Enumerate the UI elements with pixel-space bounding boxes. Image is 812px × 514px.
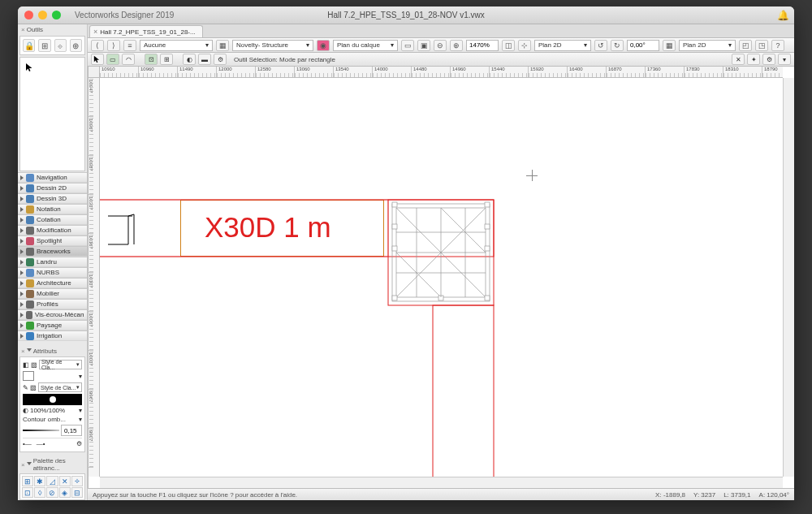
lock-icon[interactable]: 🔒 [23,39,35,52]
snap-object-button[interactable]: ✱ [34,476,45,486]
disclosure-icon[interactable] [27,348,32,354]
ruler-origin[interactable] [89,67,100,78]
dropdown-icon[interactable]: ▾ [79,407,82,414]
toolset-cotation[interactable]: Cotation [18,214,87,225]
fit-page-button[interactable]: ▭ [401,40,414,51]
xray-button[interactable]: ✦ [747,54,760,65]
selection-tool-icon[interactable] [25,63,35,72]
snap-3d-button[interactable]: ◈ [59,487,71,498]
snap-grid-button[interactable]: ⊞ [22,476,33,486]
cursor-icon[interactable] [91,54,104,65]
toolset-icon [26,300,34,309]
saved-view-icon[interactable]: ◉ [317,40,330,51]
zoom-in-button[interactable]: ⊕ [450,40,463,51]
horizontal-scrollbar[interactable] [100,477,783,488]
marker-end-icon[interactable]: —• [37,440,45,447]
line-style-dropdown[interactable]: Style de Cla...▾ [38,382,82,392]
suspend-snap-button[interactable]: ✕ [732,54,745,65]
layer-icon[interactable]: ▦ [216,40,229,51]
view-icon[interactable]: ◫ [502,40,515,51]
mode-lasso-button[interactable]: ◠ [122,54,135,65]
line-color-swatch[interactable] [23,394,82,405]
toolset-mobilier[interactable]: Mobilier [18,288,87,299]
toolset-notation[interactable]: Notation [18,204,87,214]
dropdown-icon[interactable]: ▾ [79,373,82,380]
fill-color-swatch[interactable] [23,371,34,381]
class-dropdown[interactable]: Aucune▾ [140,40,213,51]
chevron-down-icon[interactable]: ▾ [778,54,791,65]
option-button[interactable]: ◳ [755,40,768,51]
shadow-value-input[interactable] [61,425,82,436]
gear-icon[interactable]: ⚙ [762,54,775,65]
snap-angle-button[interactable]: ◿ [46,476,58,486]
tool-icon[interactable]: ⊞ [38,39,50,52]
horizontal-ruler[interactable]: 1091010960114901200012580130601354014000… [100,67,783,78]
toolset-profils[interactable]: Profilés [18,299,87,309]
mode-rect-button[interactable]: ▭ [106,54,119,65]
rotate-ccw-button[interactable]: ↺ [594,40,607,51]
angle-input[interactable] [627,40,659,51]
saved-view-dropdown[interactable]: Plan du calque▾ [333,40,398,51]
close-icon[interactable]: × [21,26,25,33]
drawing-viewport[interactable]: X30D 1 m [100,78,783,477]
close-icon[interactable]: × [21,461,25,469]
attributes-palette-header: × Attributs [18,346,87,356]
toolset-irrigation[interactable]: Irrigation [18,330,87,341]
zoom-input[interactable] [466,40,499,51]
axis-icon[interactable]: ⊹ [518,40,531,51]
render-dropdown[interactable]: Plan 2D▾ [679,40,736,51]
tool-icon[interactable]: ⟐ [54,39,67,52]
chevron-right-icon [20,292,24,296]
close-tab-icon[interactable]: × [93,28,97,36]
pattern-icon[interactable]: ▨ [31,361,37,369]
document-tab[interactable]: × Hall 7.2_HPE_TSS_19_01_28-... [89,25,203,37]
snap-intersect-button[interactable]: ✕ [59,476,71,486]
snap-distance-button[interactable]: ⊡ [22,487,33,498]
toolset-modification[interactable]: Modification [18,225,87,235]
help-button[interactable]: ? [771,40,784,51]
toolset-spotlight[interactable]: Spotlight [18,235,87,246]
mode-wall-button[interactable]: ▬ [198,54,211,65]
notification-icon[interactable]: 🔔 [777,10,789,21]
toolset-paysage[interactable]: Paysage [18,320,87,330]
fill-icon[interactable]: ◧ [23,361,29,369]
view-dropdown[interactable]: Plan 2D▾ [534,40,591,51]
toolset-viscroumcanique[interactable]: Vis-écrou-Mécanique [18,309,87,320]
dropdown-icon[interactable]: ▾ [79,416,82,423]
forward-button[interactable]: ⟩ [107,40,120,51]
snap-wp-button[interactable]: ⊟ [71,487,83,498]
toolset-dessin3d[interactable]: Dessin 3D [18,193,87,204]
tool-icon[interactable]: ⊕ [70,39,82,52]
toolset-nurbs[interactable]: NURBS [18,267,87,278]
layer-dropdown[interactable]: Novelty- Structure▾ [232,40,313,51]
snap-tangent-button[interactable]: ⊘ [46,487,58,498]
vertical-ruler[interactable]: 1094710967109871030710167101071006710007… [89,78,100,477]
toolset-dessin2d[interactable]: Dessin 2D [18,183,87,193]
rotate-cw-button[interactable]: ↻ [611,40,624,51]
settings-icon[interactable]: ⚙ [76,440,82,447]
snap-smart-button[interactable]: ⟡ [71,476,83,486]
toolset-landru[interactable]: Landru [18,257,87,267]
fit-objects-button[interactable]: ▣ [417,40,430,51]
vertical-scrollbar[interactable] [783,78,794,477]
clip-cube-button[interactable]: ◰ [739,40,752,51]
marker-start-icon[interactable]: •— [23,440,32,447]
mode-single-button[interactable]: ⊡ [145,54,158,65]
pen-icon[interactable]: ✎ [23,384,28,391]
mode-prefs-button[interactable]: ⚙ [214,54,227,65]
zoom-out-button[interactable]: ⊖ [434,40,447,51]
mode-interactive-button[interactable]: ◐ [183,54,196,65]
disclosure-icon[interactable] [27,462,32,468]
render-icon[interactable]: ▦ [663,40,676,51]
toolset-icon [26,184,34,192]
pattern-icon[interactable]: ▨ [30,384,37,391]
toolset-navigation[interactable]: Navigation [18,172,87,183]
snap-edge-button[interactable]: ◊ [34,487,45,498]
class-icon[interactable]: ≡ [123,40,136,51]
toolset-braceworks[interactable]: Braceworks [18,246,87,257]
fill-style-dropdown[interactable]: Style de Cla...▾ [39,360,82,369]
toolset-architecture[interactable]: Architecture [18,278,87,288]
back-button[interactable]: ⟨ [91,40,104,51]
close-icon[interactable]: × [21,348,25,355]
mode-multi-button[interactable]: ⊞ [160,54,173,65]
